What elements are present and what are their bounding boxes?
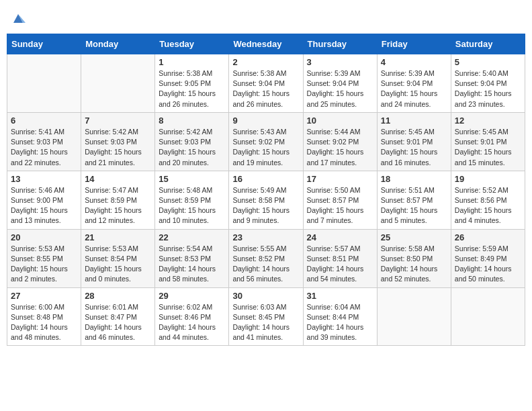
day-number: 25 xyxy=(381,232,447,242)
calendar-cell: 14Sunrise: 5:47 AM Sunset: 8:59 PM Dayli… xyxy=(81,171,155,229)
calendar-cell: 22Sunrise: 5:54 AM Sunset: 8:53 PM Dayli… xyxy=(155,229,229,287)
calendar-cell: 8Sunrise: 5:42 AM Sunset: 9:03 PM Daylig… xyxy=(155,112,229,171)
calendar-cell: 26Sunrise: 5:59 AM Sunset: 8:49 PM Dayli… xyxy=(451,229,525,287)
day-info: Sunrise: 6:04 AM Sunset: 8:44 PM Dayligh… xyxy=(307,302,373,343)
day-info: Sunrise: 5:55 AM Sunset: 8:52 PM Dayligh… xyxy=(232,244,299,285)
calendar-cell: 23Sunrise: 5:55 AM Sunset: 8:52 PM Dayli… xyxy=(229,229,303,287)
day-info: Sunrise: 5:57 AM Sunset: 8:51 PM Dayligh… xyxy=(307,244,373,285)
day-number: 30 xyxy=(232,291,299,301)
day-info: Sunrise: 5:38 AM Sunset: 9:05 PM Dayligh… xyxy=(159,68,225,109)
calendar-cell xyxy=(451,287,525,346)
day-number: 9 xyxy=(232,116,299,126)
calendar-cell: 18Sunrise: 5:51 AM Sunset: 8:57 PM Dayli… xyxy=(377,171,451,229)
calendar-cell: 30Sunrise: 6:03 AM Sunset: 8:45 PM Dayli… xyxy=(229,287,303,346)
day-info: Sunrise: 6:00 AM Sunset: 8:48 PM Dayligh… xyxy=(11,302,77,343)
weekday-header-wednesday: Wednesday xyxy=(229,34,303,54)
weekday-header-monday: Monday xyxy=(81,34,155,54)
day-number: 13 xyxy=(11,174,77,184)
calendar-cell: 11Sunrise: 5:45 AM Sunset: 9:01 PM Dayli… xyxy=(377,112,451,171)
calendar-cell: 16Sunrise: 5:49 AM Sunset: 8:58 PM Dayli… xyxy=(229,171,303,229)
day-number: 24 xyxy=(307,232,373,242)
day-info: Sunrise: 5:49 AM Sunset: 8:58 PM Dayligh… xyxy=(232,185,299,226)
day-info: Sunrise: 6:03 AM Sunset: 8:45 PM Dayligh… xyxy=(232,302,299,343)
day-number: 28 xyxy=(85,291,151,301)
day-number: 14 xyxy=(85,174,151,184)
day-info: Sunrise: 5:38 AM Sunset: 9:04 PM Dayligh… xyxy=(232,68,299,109)
calendar-week-row: 13Sunrise: 5:46 AM Sunset: 9:00 PM Dayli… xyxy=(7,171,525,229)
day-number: 27 xyxy=(11,291,77,301)
day-number: 7 xyxy=(85,116,151,126)
day-info: Sunrise: 5:53 AM Sunset: 8:54 PM Dayligh… xyxy=(85,244,151,285)
calendar-table: SundayMondayTuesdayWednesdayThursdayFrid… xyxy=(7,34,525,346)
day-info: Sunrise: 5:39 AM Sunset: 9:04 PM Dayligh… xyxy=(307,68,373,109)
day-info: Sunrise: 5:52 AM Sunset: 8:56 PM Dayligh… xyxy=(455,185,521,226)
day-number: 23 xyxy=(232,232,299,242)
day-number: 4 xyxy=(381,57,447,67)
calendar-cell: 5Sunrise: 5:40 AM Sunset: 9:04 PM Daylig… xyxy=(451,54,525,113)
day-number: 12 xyxy=(455,116,521,126)
day-info: Sunrise: 5:41 AM Sunset: 9:03 PM Dayligh… xyxy=(11,127,77,168)
calendar-cell: 27Sunrise: 6:00 AM Sunset: 8:48 PM Dayli… xyxy=(7,287,81,346)
day-info: Sunrise: 5:47 AM Sunset: 8:59 PM Dayligh… xyxy=(85,185,151,226)
weekday-header-thursday: Thursday xyxy=(303,34,377,54)
day-number: 3 xyxy=(307,57,373,67)
day-number: 10 xyxy=(307,116,373,126)
calendar-cell: 6Sunrise: 5:41 AM Sunset: 9:03 PM Daylig… xyxy=(7,112,81,171)
calendar-cell xyxy=(7,54,81,113)
calendar-cell: 17Sunrise: 5:50 AM Sunset: 8:57 PM Dayli… xyxy=(303,171,377,229)
calendar-cell: 13Sunrise: 5:46 AM Sunset: 9:00 PM Dayli… xyxy=(7,171,81,229)
day-info: Sunrise: 5:53 AM Sunset: 8:55 PM Dayligh… xyxy=(11,244,77,285)
calendar-cell: 2Sunrise: 5:38 AM Sunset: 9:04 PM Daylig… xyxy=(229,54,303,113)
day-number: 6 xyxy=(11,116,77,126)
day-info: Sunrise: 5:39 AM Sunset: 9:04 PM Dayligh… xyxy=(381,68,447,109)
day-number: 22 xyxy=(159,232,225,242)
day-info: Sunrise: 5:42 AM Sunset: 9:03 PM Dayligh… xyxy=(85,127,151,168)
calendar-cell: 20Sunrise: 5:53 AM Sunset: 8:55 PM Dayli… xyxy=(7,229,81,287)
day-info: Sunrise: 6:02 AM Sunset: 8:46 PM Dayligh… xyxy=(159,302,225,343)
weekday-header-saturday: Saturday xyxy=(451,34,525,54)
day-number: 31 xyxy=(307,291,373,301)
day-number: 17 xyxy=(307,174,373,184)
day-info: Sunrise: 5:46 AM Sunset: 9:00 PM Dayligh… xyxy=(11,185,77,226)
day-number: 5 xyxy=(455,57,521,67)
day-number: 29 xyxy=(159,291,225,301)
day-info: Sunrise: 5:45 AM Sunset: 9:01 PM Dayligh… xyxy=(455,127,521,168)
calendar-cell: 29Sunrise: 6:02 AM Sunset: 8:46 PM Dayli… xyxy=(155,287,229,346)
day-info: Sunrise: 5:51 AM Sunset: 8:57 PM Dayligh… xyxy=(381,185,447,226)
day-info: Sunrise: 5:58 AM Sunset: 8:50 PM Dayligh… xyxy=(381,244,447,285)
calendar-cell: 15Sunrise: 5:48 AM Sunset: 8:59 PM Dayli… xyxy=(155,171,229,229)
logo-icon xyxy=(11,11,26,26)
calendar-cell: 12Sunrise: 5:45 AM Sunset: 9:01 PM Dayli… xyxy=(451,112,525,171)
calendar-week-row: 1Sunrise: 5:38 AM Sunset: 9:05 PM Daylig… xyxy=(7,54,525,113)
calendar-cell xyxy=(377,287,451,346)
day-info: Sunrise: 5:40 AM Sunset: 9:04 PM Dayligh… xyxy=(455,68,521,109)
calendar-cell: 9Sunrise: 5:43 AM Sunset: 9:02 PM Daylig… xyxy=(229,112,303,171)
calendar-cell xyxy=(81,54,155,113)
day-number: 19 xyxy=(455,174,521,184)
day-number: 16 xyxy=(232,174,299,184)
day-info: Sunrise: 5:54 AM Sunset: 8:53 PM Dayligh… xyxy=(159,244,225,285)
weekday-header-friday: Friday xyxy=(377,34,451,54)
day-number: 2 xyxy=(232,57,299,67)
calendar-cell: 25Sunrise: 5:58 AM Sunset: 8:50 PM Dayli… xyxy=(377,229,451,287)
calendar-cell: 3Sunrise: 5:39 AM Sunset: 9:04 PM Daylig… xyxy=(303,54,377,113)
calendar-cell: 10Sunrise: 5:44 AM Sunset: 9:02 PM Dayli… xyxy=(303,112,377,171)
day-info: Sunrise: 5:48 AM Sunset: 8:59 PM Dayligh… xyxy=(159,185,225,226)
logo xyxy=(9,11,26,24)
day-number: 1 xyxy=(159,57,225,67)
calendar-cell: 24Sunrise: 5:57 AM Sunset: 8:51 PM Dayli… xyxy=(303,229,377,287)
calendar-cell: 31Sunrise: 6:04 AM Sunset: 8:44 PM Dayli… xyxy=(303,287,377,346)
header xyxy=(7,7,525,28)
calendar-week-row: 6Sunrise: 5:41 AM Sunset: 9:03 PM Daylig… xyxy=(7,112,525,171)
day-info: Sunrise: 5:50 AM Sunset: 8:57 PM Dayligh… xyxy=(307,185,373,226)
day-number: 15 xyxy=(159,174,225,184)
calendar-cell: 28Sunrise: 6:01 AM Sunset: 8:47 PM Dayli… xyxy=(81,287,155,346)
calendar-cell: 7Sunrise: 5:42 AM Sunset: 9:03 PM Daylig… xyxy=(81,112,155,171)
calendar-cell: 21Sunrise: 5:53 AM Sunset: 8:54 PM Dayli… xyxy=(81,229,155,287)
day-number: 18 xyxy=(381,174,447,184)
day-number: 11 xyxy=(381,116,447,126)
calendar-week-row: 27Sunrise: 6:00 AM Sunset: 8:48 PM Dayli… xyxy=(7,287,525,346)
calendar-cell: 4Sunrise: 5:39 AM Sunset: 9:04 PM Daylig… xyxy=(377,54,451,113)
day-info: Sunrise: 5:43 AM Sunset: 9:02 PM Dayligh… xyxy=(232,127,299,168)
day-info: Sunrise: 5:44 AM Sunset: 9:02 PM Dayligh… xyxy=(307,127,373,168)
